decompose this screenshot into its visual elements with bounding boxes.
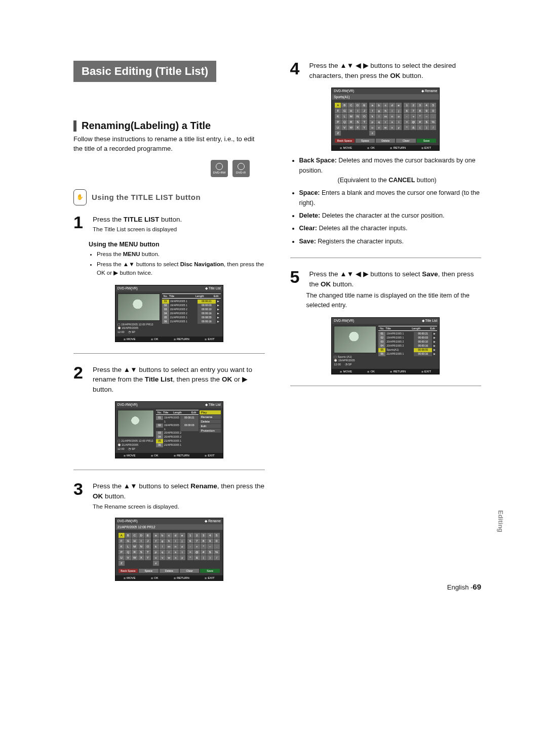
chapter-title-box: Basic Editing (Title List)	[73, 61, 216, 82]
step-1: 1 Press the TITLE LIST button. The Title…	[73, 215, 265, 234]
disc-rw-icon: DVD-RW	[211, 160, 228, 177]
step-number: 4	[290, 61, 304, 80]
chapter-title: Basic Editing (Title List)	[82, 65, 208, 77]
section-heading: Renaming(Labeling) a Title	[82, 120, 211, 132]
osd-title-list-popup: DVD-RW(VR)◆ Title List ▢ 21/APR/2005 12:…	[115, 401, 223, 458]
disc-type-icons: DVD-RW DVD-R	[73, 160, 250, 177]
menu-bullets: Press the MENU button. Press the ▲▼ butt…	[89, 250, 265, 278]
right-column: 4 Press the ▲▼ ◀ ▶ buttons to select the…	[290, 61, 482, 584]
preview-thumbnail	[118, 410, 154, 437]
page-footer: English -69	[447, 582, 481, 591]
heading-accent	[73, 120, 76, 132]
disc-r-icon: DVD-R	[232, 160, 250, 177]
step-number: 2	[73, 365, 88, 395]
manual-page: Editing Basic Editing (Title List) Renam…	[0, 0, 547, 609]
step-5-result: The changed title name is displayed on t…	[306, 291, 482, 310]
key-definitions: Back Space: Deletes and moves the cursor…	[290, 156, 482, 246]
step-number: 5	[290, 269, 304, 289]
section-intro: Follow these instructions to rename a ti…	[73, 135, 265, 154]
hand-icon: ✋	[73, 189, 87, 205]
osd-title-list-final: DVD-RW(VR)◆ Title List ▢ Sports (A1) ⌚ 1…	[331, 317, 440, 374]
step-3: 3 Press the ▲▼ buttons to select Rename,…	[73, 481, 265, 511]
osd-rename-keyboard-1: DVD-RW(VR)◆ Rename 21/APR/2005 12:00 PR1…	[115, 518, 223, 581]
osd-rename-keyboard-2: DVD-RW(VR)◆ Rename Sports(A1) ABCDEFGHIJ…	[331, 88, 440, 151]
section-tab: Editing	[497, 510, 504, 532]
left-column: Basic Editing (Title List) Renaming(Labe…	[73, 61, 265, 584]
osd-title-list-1: DVD-RW(VR)◆ Title List ▢ 19/APR/2005 12:…	[115, 285, 223, 342]
preview-thumbnail	[118, 293, 160, 321]
subheading: Using the TITLE LIST button	[92, 193, 201, 201]
step-number: 3	[73, 481, 88, 511]
step-4: 4 Press the ▲▼ ◀ ▶ buttons to select the…	[290, 61, 482, 80]
step-2: 2 Press the ▲▼ buttons to select an entr…	[73, 365, 265, 395]
step-5: 5 Press the ▲▼ ◀ ▶ buttons to select Sav…	[290, 269, 482, 289]
preview-thumbnail	[334, 326, 376, 353]
step-number: 1	[73, 215, 88, 234]
menu-subheading: Using the MENU button	[89, 241, 265, 248]
